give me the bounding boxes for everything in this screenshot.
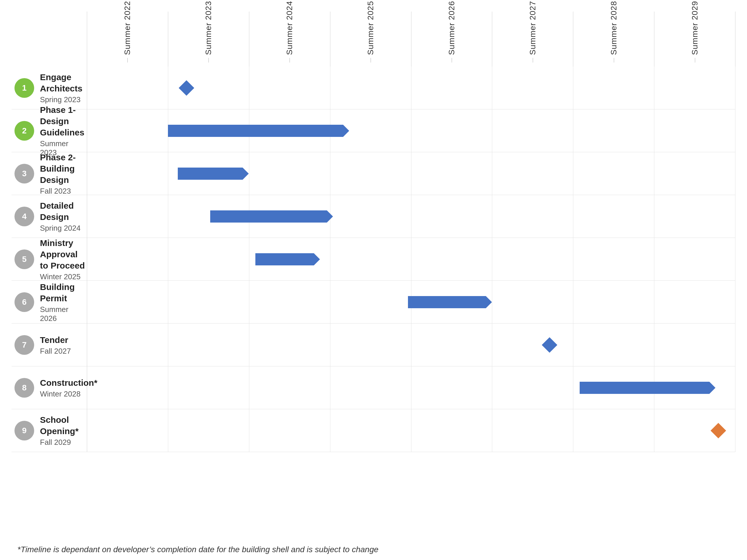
gantt-cell-8-6 xyxy=(573,409,654,452)
gantt-cell-1-5 xyxy=(492,109,573,152)
gantt-cell-8-1 xyxy=(168,409,249,452)
gantt-cell-1-7 xyxy=(654,109,736,152)
header-label-1: Summer 2023 xyxy=(204,0,213,55)
gantt-cell-0-2 xyxy=(249,66,330,109)
gantt-cell-4-1 xyxy=(168,238,249,281)
gantt-cell-3-2 xyxy=(249,195,330,238)
label-text-0: Engage ArchitectsSpring 2023 xyxy=(40,72,87,104)
gantt-cell-3-3 xyxy=(330,195,411,238)
gantt-cell-4-4 xyxy=(411,238,492,281)
gantt-cell-4-3 xyxy=(330,238,411,281)
label-text-7: Construction*Winter 2028 xyxy=(40,377,97,399)
label-title-5: Building Permit xyxy=(40,281,87,304)
label-sub-0: Spring 2023 xyxy=(40,95,87,104)
tick-col-5 xyxy=(492,58,573,66)
gantt-cell-7-3 xyxy=(330,366,411,409)
gantt-cell-0-1 xyxy=(168,66,249,109)
tick-col-0 xyxy=(87,58,168,66)
label-title-0: Engage Architects xyxy=(40,72,87,94)
row-label-7: 8Construction*Winter 2028 xyxy=(11,366,87,409)
header-col-6: Summer 2028 xyxy=(573,11,654,58)
gantt-cell-0-7 xyxy=(654,66,736,109)
gantt-cell-5-2 xyxy=(249,281,330,323)
gantt-cell-0-5 xyxy=(492,66,573,109)
header-label-5: Summer 2027 xyxy=(528,0,537,55)
gantt-cell-6-1 xyxy=(168,324,249,366)
gantt-cell-2-2 xyxy=(249,152,330,195)
label-title-1: Phase 1- Design Guidelines xyxy=(40,104,87,138)
chart-body: 1Engage ArchitectsSpring 20232Phase 1- D… xyxy=(11,66,736,452)
gantt-cell-7-1 xyxy=(168,366,249,409)
label-sub-8: Fall 2029 xyxy=(40,438,87,447)
gantt-cell-1-2 xyxy=(249,109,330,152)
gantt-cell-3-7 xyxy=(654,195,736,238)
gantt-cell-2-5 xyxy=(492,152,573,195)
circle-badge-4: 5 xyxy=(15,249,34,269)
label-text-6: TenderFall 2027 xyxy=(40,334,71,356)
gantt-cell-6-7 xyxy=(654,324,736,366)
gantt-cell-8-4 xyxy=(411,409,492,452)
circle-badge-2: 3 xyxy=(15,164,34,184)
gantt-cell-4-2 xyxy=(249,238,330,281)
gantt-row-4 xyxy=(87,238,736,281)
row-label-5: 6Building PermitSummer 2026 xyxy=(11,281,87,324)
gantt-cell-8-3 xyxy=(330,409,411,452)
gantt-cell-2-7 xyxy=(654,152,736,195)
row-label-0: 1Engage ArchitectsSpring 2023 xyxy=(11,66,87,109)
gantt-cell-8-7 xyxy=(654,409,736,452)
label-text-2: Phase 2- Building DesignFall 2023 xyxy=(40,152,87,196)
header-label-2: Summer 2024 xyxy=(285,0,294,55)
gantt-cell-8-0 xyxy=(87,409,168,452)
gantt-cell-1-6 xyxy=(573,109,654,152)
header-label-0: Summer 2022 xyxy=(123,0,132,55)
gantt-cell-3-6 xyxy=(573,195,654,238)
gantt-row-3 xyxy=(87,195,736,238)
footnote: *Timeline is dependant on developer’s co… xyxy=(17,545,379,554)
header-col-3: Summer 2025 xyxy=(330,11,411,58)
gantt-cell-5-7 xyxy=(654,281,736,323)
tick-col-6 xyxy=(573,58,654,66)
gantt-cell-0-6 xyxy=(573,66,654,109)
gantt-cell-6-2 xyxy=(249,324,330,366)
gantt-cell-2-1 xyxy=(168,152,249,195)
gantt-cell-6-6 xyxy=(573,324,654,366)
circle-badge-7: 8 xyxy=(15,378,34,398)
chart-container: Summer 2022Summer 2023Summer 2024Summer … xyxy=(11,11,736,543)
row-label-3: 4Detailed DesignSpring 2024 xyxy=(11,195,87,238)
gantt-cell-0-4 xyxy=(411,66,492,109)
label-text-1: Phase 1- Design GuidelinesSummer 2023 xyxy=(40,104,87,157)
label-text-5: Building PermitSummer 2026 xyxy=(40,281,87,323)
gantt-row-7 xyxy=(87,366,736,409)
gantt-cell-8-5 xyxy=(492,409,573,452)
circle-badge-0: 1 xyxy=(15,78,34,98)
header-col-4: Summer 2026 xyxy=(411,11,492,58)
circle-badge-5: 6 xyxy=(15,292,34,312)
tick-row xyxy=(87,58,736,66)
gantt-cell-5-1 xyxy=(168,281,249,323)
gantt-cell-5-6 xyxy=(573,281,654,323)
gantt-cell-2-6 xyxy=(573,152,654,195)
gantt-cell-3-0 xyxy=(87,195,168,238)
header-label-4: Summer 2026 xyxy=(447,0,456,55)
gantt-cell-4-0 xyxy=(87,238,168,281)
gantt-cell-1-4 xyxy=(411,109,492,152)
header-label-6: Summer 2028 xyxy=(609,0,618,55)
label-title-3: Detailed Design xyxy=(40,200,87,222)
gantt-cell-1-0 xyxy=(87,109,168,152)
label-text-8: School Opening*Fall 2029 xyxy=(40,414,87,447)
gantt-cell-7-7 xyxy=(654,366,736,409)
row-labels: 1Engage ArchitectsSpring 20232Phase 1- D… xyxy=(11,66,87,452)
label-sub-6: Fall 2027 xyxy=(40,347,71,356)
row-label-2: 3Phase 2- Building DesignFall 2023 xyxy=(11,152,87,195)
gantt-cell-0-3 xyxy=(330,66,411,109)
gantt-cell-5-3 xyxy=(330,281,411,323)
header-col-0: Summer 2022 xyxy=(87,11,168,58)
gantt-cell-6-5 xyxy=(492,324,573,366)
gantt-cell-7-4 xyxy=(411,366,492,409)
label-sub-5: Summer 2026 xyxy=(40,305,87,323)
circle-badge-6: 7 xyxy=(15,335,34,355)
gantt-cell-3-1 xyxy=(168,195,249,238)
grid-body xyxy=(87,66,736,452)
header-col-1: Summer 2023 xyxy=(168,11,249,58)
label-sub-4: Winter 2025 xyxy=(40,272,87,281)
